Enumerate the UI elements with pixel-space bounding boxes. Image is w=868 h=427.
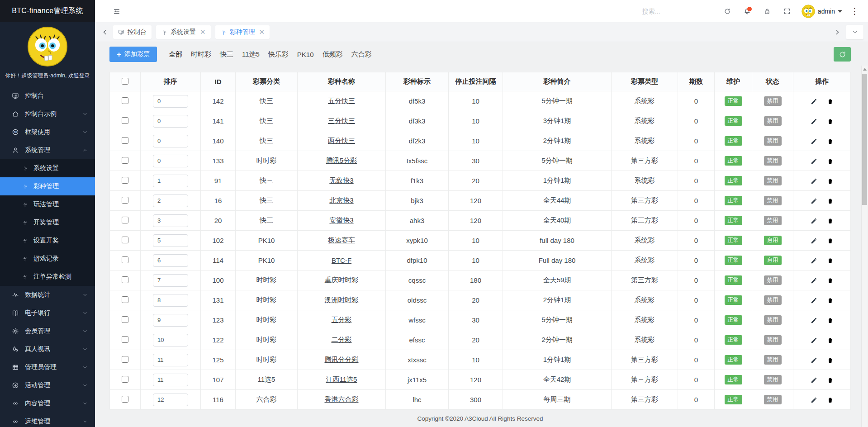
edit-icon[interactable] [810, 217, 818, 225]
status-badge[interactable]: 禁用 [764, 96, 782, 106]
scroll-up-arrow-icon[interactable] [863, 68, 867, 71]
filter-0[interactable]: 全部 [169, 50, 182, 59]
notifications-bell[interactable] [744, 8, 751, 15]
status-badge[interactable]: 禁用 [764, 315, 782, 325]
fullscreen-icon[interactable] [783, 8, 791, 15]
edit-icon[interactable] [810, 356, 818, 364]
edit-icon[interactable] [810, 157, 818, 165]
lottery-name-link[interactable]: 腾讯5分彩 [326, 157, 357, 164]
sidebar-item-4[interactable]: 数据统计 [0, 286, 95, 304]
status-badge[interactable]: 禁用 [764, 136, 782, 146]
lottery-name-link[interactable]: 澳洲时时彩 [325, 296, 359, 304]
row-checkbox[interactable] [122, 197, 128, 204]
filter-2[interactable]: 快三 [220, 50, 233, 59]
sort-input[interactable] [153, 234, 188, 247]
lottery-name-link[interactable]: 两分快三 [328, 137, 355, 144]
maintain-badge[interactable]: 正常 [725, 295, 742, 305]
maintain-badge[interactable]: 正常 [725, 335, 742, 345]
sort-input[interactable] [153, 195, 188, 207]
filter-4[interactable]: 快乐彩 [268, 50, 289, 59]
lock-icon[interactable] [764, 8, 771, 15]
filter-1[interactable]: 时时彩 [191, 50, 211, 59]
delete-icon[interactable] [826, 237, 834, 245]
maintain-badge[interactable]: 正常 [725, 176, 742, 185]
sort-input[interactable] [153, 175, 188, 187]
sidebar-subitem-3-4[interactable]: 设置开奖 [0, 232, 95, 250]
row-checkbox[interactable] [122, 177, 128, 184]
sidebar-item-6[interactable]: 会员管理 [0, 322, 95, 340]
delete-icon[interactable] [826, 98, 834, 105]
delete-icon[interactable] [826, 317, 834, 324]
tab-console[interactable]: 控制台 [113, 25, 152, 39]
status-badge[interactable]: 禁用 [764, 196, 782, 205]
filter-3[interactable]: 11选5 [242, 50, 260, 59]
edit-icon[interactable] [810, 197, 818, 205]
close-icon[interactable]: ✕ [200, 28, 206, 35]
sidebar-item-8[interactable]: 管理员管理 [0, 358, 95, 376]
lottery-name-link[interactable]: 三分快三 [328, 117, 355, 124]
lottery-name-link[interactable]: 腾讯分分彩 [325, 356, 359, 363]
maintain-badge[interactable]: 正常 [725, 275, 742, 285]
sidebar-subitem-3-2[interactable]: 玩法管理 [0, 195, 95, 214]
status-badge[interactable]: 禁用 [764, 156, 782, 166]
lottery-name-link[interactable]: 安徽快3 [329, 216, 353, 224]
sort-input[interactable] [153, 254, 188, 267]
row-checkbox[interactable] [122, 316, 128, 323]
delete-icon[interactable] [826, 197, 834, 205]
sidebar-subitem-3-3[interactable]: 开奖管理 [0, 214, 95, 232]
edit-icon[interactable] [810, 237, 818, 245]
edit-icon[interactable] [810, 376, 818, 384]
delete-icon[interactable] [826, 396, 834, 404]
edit-icon[interactable] [810, 297, 818, 304]
delete-icon[interactable] [826, 257, 834, 265]
maintain-badge[interactable]: 正常 [725, 96, 742, 106]
sidebar-item-10[interactable]: 内容管理 [0, 394, 95, 413]
edit-icon[interactable] [810, 257, 818, 265]
maintain-badge[interactable]: 正常 [725, 355, 742, 365]
avatar[interactable] [27, 26, 68, 67]
row-checkbox[interactable] [122, 256, 128, 263]
user-menu[interactable]: admin [802, 5, 842, 18]
sort-input[interactable] [153, 354, 188, 366]
add-lottery-button[interactable]: + 添加彩票 [109, 47, 157, 62]
maintain-badge[interactable]: 正常 [725, 196, 742, 205]
sort-input[interactable] [153, 214, 188, 227]
lottery-name-link[interactable]: 香港六合彩 [325, 395, 359, 403]
edit-icon[interactable] [810, 118, 818, 125]
filter-7[interactable]: 六合彩 [351, 50, 372, 59]
status-badge[interactable]: 禁用 [764, 335, 782, 345]
maintain-badge[interactable]: 正常 [725, 315, 742, 325]
lottery-name-link[interactable]: 极速赛车 [328, 236, 355, 244]
edit-icon[interactable] [810, 337, 818, 344]
sidebar-subitem-3-6[interactable]: 注单异常检测 [0, 268, 95, 286]
row-checkbox[interactable] [122, 117, 128, 124]
sort-input[interactable] [153, 115, 188, 128]
vertical-scrollbar[interactable] [861, 66, 868, 427]
select-all-checkbox[interactable] [122, 78, 128, 85]
maintain-badge[interactable]: 正常 [725, 395, 742, 404]
sort-input[interactable] [153, 334, 188, 346]
maintain-badge[interactable]: 正常 [725, 216, 742, 225]
maintain-badge[interactable]: 正常 [725, 375, 742, 384]
status-badge[interactable]: 禁用 [764, 216, 782, 225]
tab-system-settings[interactable]: 系统设置 ✕ [156, 25, 211, 39]
sort-input[interactable] [153, 314, 188, 327]
edit-icon[interactable] [810, 98, 818, 105]
sidebar-subitem-3-0[interactable]: 系统设置 [0, 159, 95, 177]
delete-icon[interactable] [826, 297, 834, 304]
sidebar-subitem-3-1[interactable]: 彩种管理 [0, 177, 95, 195]
lottery-name-link[interactable]: BTC-F [332, 256, 351, 264]
edit-icon[interactable] [810, 177, 818, 185]
collapse-sidebar-icon[interactable] [113, 8, 120, 15]
scrollbar-thumb[interactable] [862, 74, 867, 205]
sidebar-item-7[interactable]: 真人视讯 [0, 340, 95, 358]
delete-icon[interactable] [826, 277, 834, 285]
row-checkbox[interactable] [122, 296, 128, 303]
maintain-badge[interactable]: 正常 [725, 116, 742, 126]
delete-icon[interactable] [826, 118, 834, 125]
tabs-scroll-right-icon[interactable] [834, 28, 841, 36]
sort-input[interactable] [153, 394, 188, 406]
filter-6[interactable]: 低频彩 [323, 50, 343, 59]
sidebar-item-11[interactable]: 运维管理 [0, 413, 95, 427]
sidebar-item-3[interactable]: 系统管理 [0, 141, 95, 159]
